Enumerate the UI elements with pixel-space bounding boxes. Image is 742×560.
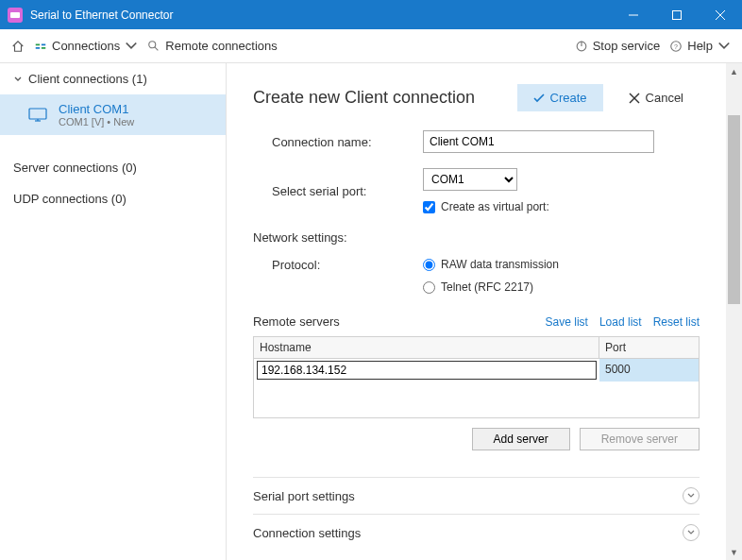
protocol-label: Protocol: xyxy=(272,258,423,272)
protocol-raw-label: RAW data transmission xyxy=(441,258,559,271)
close-button[interactable] xyxy=(699,0,742,29)
help-icon: ? xyxy=(669,40,683,53)
remote-servers-title: Remote servers xyxy=(253,314,340,329)
client-group-label: Client connections (1) xyxy=(28,72,147,86)
page-title: Create new Client connection xyxy=(253,88,475,108)
protocol-telnet-label: Telnet (RFC 2217) xyxy=(441,280,533,294)
scroll-thumb[interactable] xyxy=(728,115,740,304)
table-row[interactable]: 5000 xyxy=(254,359,699,382)
search-icon xyxy=(147,40,160,53)
vertical-scrollbar[interactable]: ▲ ▼ xyxy=(726,63,742,560)
remove-server-button: Remove server xyxy=(580,428,700,450)
hostname-input[interactable] xyxy=(257,361,597,380)
protocol-telnet-radio[interactable]: Telnet (RFC 2217) xyxy=(423,280,700,294)
connection-name-input[interactable] xyxy=(423,130,654,153)
svg-point-5 xyxy=(149,41,156,47)
col-port[interactable]: Port xyxy=(599,337,699,358)
help-label: Help xyxy=(687,39,713,53)
load-list-link[interactable]: Load list xyxy=(599,315,642,329)
remote-servers-table: Hostname Port 5000 xyxy=(253,336,700,418)
sidebar-item-sub: COM1 [V] • New xyxy=(59,116,134,127)
connections-icon xyxy=(34,40,47,53)
svg-rect-11 xyxy=(29,109,46,119)
power-icon xyxy=(575,40,588,53)
sidebar-item-name: Client COM1 xyxy=(59,102,134,116)
app-icon xyxy=(8,8,23,23)
help-dropdown[interactable]: ? Help xyxy=(669,39,731,53)
chevron-down-icon xyxy=(717,40,731,53)
remote-connections-button[interactable]: Remote connections xyxy=(147,39,278,53)
sidebar: Client connections (1) Client COM1 COM1 … xyxy=(0,63,227,560)
udp-group-label: UDP connections (0) xyxy=(13,192,126,206)
create-button[interactable]: Create xyxy=(517,84,603,111)
chevron-down-icon xyxy=(125,40,138,53)
svg-rect-2 xyxy=(673,10,682,19)
scroll-down-arrow[interactable]: ▼ xyxy=(726,544,742,560)
content-area: Create new Client connection Create Canc… xyxy=(227,63,726,560)
svg-line-6 xyxy=(155,46,159,50)
create-virtual-input[interactable] xyxy=(423,201,435,213)
expand-icon xyxy=(683,487,700,504)
sidebar-item-client-com1[interactable]: Client COM1 COM1 [V] • New xyxy=(0,94,226,135)
cancel-label: Cancel xyxy=(646,91,683,105)
monitor-icon xyxy=(28,108,49,123)
home-button[interactable] xyxy=(11,40,25,53)
client-connections-group[interactable]: Client connections (1) xyxy=(0,63,226,94)
close-icon xyxy=(629,93,640,104)
stop-service-label: Stop service xyxy=(593,39,661,53)
remote-connections-label: Remote connections xyxy=(165,39,278,53)
title-bar: Serial to Ethernet Connector xyxy=(0,0,742,29)
server-group-label: Server connections (0) xyxy=(13,161,137,175)
connections-dropdown[interactable]: Connections xyxy=(34,39,138,53)
minimize-button[interactable] xyxy=(612,0,655,29)
connection-settings-label: Connection settings xyxy=(253,526,361,540)
connection-settings-section[interactable]: Connection settings xyxy=(253,514,700,551)
protocol-telnet-input[interactable] xyxy=(423,281,435,294)
cancel-button[interactable]: Cancel xyxy=(613,84,700,111)
check-icon xyxy=(533,93,545,104)
udp-connections-group[interactable]: UDP connections (0) xyxy=(0,183,226,214)
app-title: Serial to Ethernet Connector xyxy=(30,8,612,22)
scroll-up-arrow[interactable]: ▲ xyxy=(726,63,742,79)
protocol-raw-input[interactable] xyxy=(423,259,435,271)
connection-name-label: Connection name: xyxy=(272,135,423,149)
select-port-label: Select serial port: xyxy=(272,184,423,198)
home-icon xyxy=(11,40,25,53)
protocol-raw-radio[interactable]: RAW data transmission xyxy=(423,258,700,271)
expand-icon xyxy=(683,524,700,541)
serial-port-select[interactable]: COM1 xyxy=(423,168,517,191)
table-empty-area[interactable] xyxy=(254,382,699,417)
save-list-link[interactable]: Save list xyxy=(546,315,588,329)
reset-list-link[interactable]: Reset list xyxy=(653,315,700,329)
add-server-button[interactable]: Add server xyxy=(472,428,570,450)
port-cell[interactable]: 5000 xyxy=(599,359,699,382)
create-virtual-label: Create as virtual port: xyxy=(441,200,549,213)
create-virtual-checkbox[interactable]: Create as virtual port: xyxy=(423,200,700,213)
col-hostname[interactable]: Hostname xyxy=(254,337,599,358)
stop-service-button[interactable]: Stop service xyxy=(575,39,661,53)
serial-port-settings-section[interactable]: Serial port settings xyxy=(253,477,700,514)
svg-text:?: ? xyxy=(674,42,678,49)
create-label: Create xyxy=(550,91,587,105)
chevron-down-icon xyxy=(13,75,23,84)
server-connections-group[interactable]: Server connections (0) xyxy=(0,152,226,183)
connections-label: Connections xyxy=(52,39,120,53)
maximize-button[interactable] xyxy=(655,0,699,29)
network-settings-title: Network settings: xyxy=(253,230,700,245)
serial-port-settings-label: Serial port settings xyxy=(253,489,355,503)
toolbar: Connections Remote connections Stop serv… xyxy=(0,29,742,63)
svg-rect-0 xyxy=(10,12,20,18)
